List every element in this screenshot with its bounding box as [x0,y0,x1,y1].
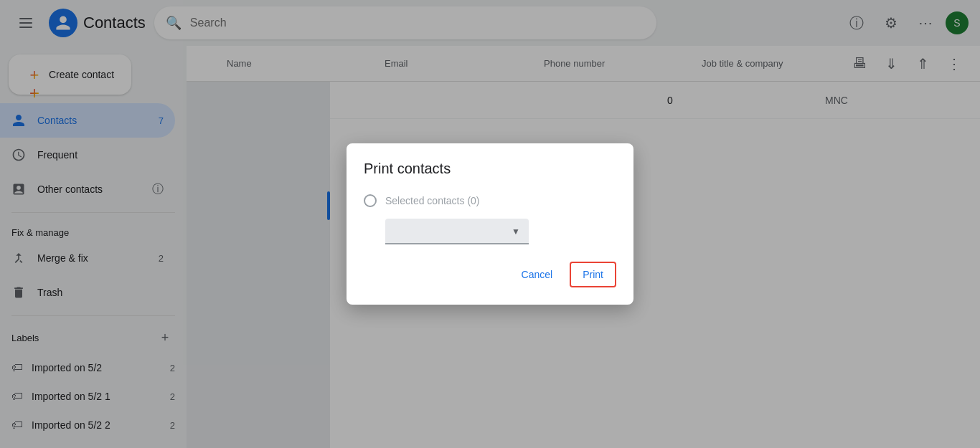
cancel-button[interactable]: Cancel [510,263,565,286]
modal-overlay: Print contacts Selected contacts (0) ▼ C… [0,0,980,448]
radio-selected-contacts[interactable] [364,194,377,207]
print-contacts-modal: Print contacts Selected contacts (0) ▼ C… [347,143,633,305]
option-selected-label: Selected contacts (0) [385,195,480,206]
dropdown-row: ▼ [385,219,616,244]
modal-actions: Cancel Print [364,262,616,287]
print-button[interactable]: Print [570,262,616,287]
modal-title: Print contacts [364,161,616,177]
contacts-dropdown[interactable] [385,219,529,244]
modal-option-selected: Selected contacts (0) [364,194,616,207]
